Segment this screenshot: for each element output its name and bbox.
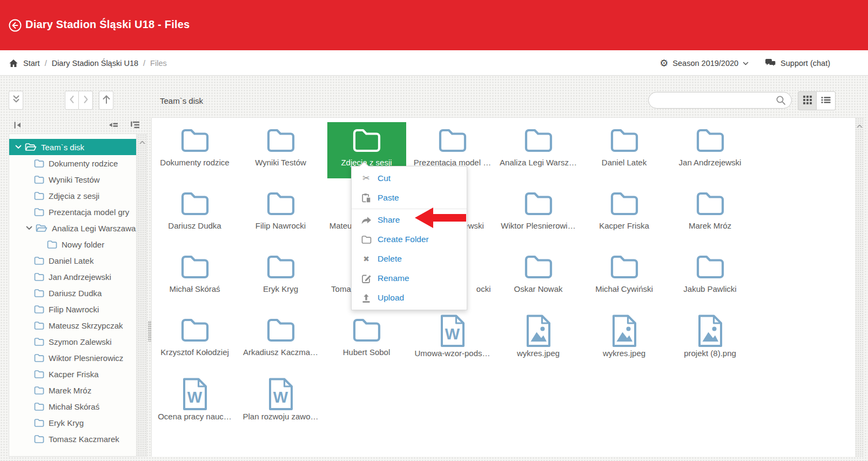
tile-jakub-pawlicki[interactable]: Jakub Pawlicki [671,249,750,305]
folder-icon [34,289,44,297]
tree-item-team-s-disk[interactable]: Team`s disk [9,139,136,155]
tile-michał-skóraś[interactable]: Michał Skóraś [156,249,234,305]
svg-text:W: W [273,389,288,406]
tree-item-wiktor-plesnierowicz[interactable]: Wiktor Plesnierowicz [9,350,136,366]
menu-item-label: Upload [378,293,404,303]
chevron-down-icon [15,145,22,149]
collapse-left-icon [13,121,22,132]
tree-item-mateusz-skrzypczak[interactable]: Mateusz Skrzypczak [9,317,136,333]
tree-item-szymon-zalewski[interactable]: Szymon Zalewski [9,333,136,350]
image-file-icon [612,315,637,348]
tile-wykres-jpeg[interactable]: wykres.jpeg [499,312,578,368]
folder-open-icon [25,143,37,151]
svg-text:W: W [187,389,202,406]
tile-analiza-legi-warsz[interactable]: Analiza Legi Warsz… [499,122,578,178]
tile-marek-mróz[interactable]: Marek Mróz [671,185,750,242]
menu-item-create-folder[interactable]: Create Folder [352,230,467,249]
menu-item-share[interactable]: Share [352,210,467,230]
tree-item-eryk-kryg[interactable]: Eryk Kryg [9,415,136,431]
tile-dariusz-dudka[interactable]: Dariusz Dudka [156,185,234,242]
tile-label: Michał Cywiński [595,284,653,294]
tree-item-filip-nawrocki[interactable]: Filip Nawrocki [9,301,136,317]
menu-item-cut[interactable]: ✂Cut [352,169,467,188]
file-grid-panel: Dokumenty rodziceWyniki TestówZdjęcia z … [151,117,855,457]
tile-umowa-wzor-pods[interactable]: WUmowa-wzor-pods… [413,312,492,368]
tree-item-dokumenty-rodzice[interactable]: Dokumenty rodzice [9,155,136,171]
search-input[interactable] [648,92,792,109]
tile-ocena-pracy-nauc[interactable]: WOcena pracy nauc… [156,375,234,431]
tile-oskar-nowak[interactable]: Oskar Nowak [499,249,578,305]
grid-view-button[interactable] [798,91,817,110]
menu-item-label: Create Folder [378,235,429,244]
tree-item-dariusz-dudka[interactable]: Dariusz Dudka [9,285,136,301]
menu-item-label: Share [378,215,400,225]
home-icon[interactable] [9,59,18,68]
tile-arkadiusz-kaczma[interactable]: Arkadiusz Kaczma… [241,312,320,368]
tile-michał-cywiński[interactable]: Michał Cywiński [585,249,664,305]
tile-jan-andrzejewski[interactable]: Jan Andrzejewski [671,122,750,178]
menu-item-delete[interactable]: ✖Delete [352,249,467,269]
folder-icon [266,128,295,153]
tree-item-zdjęcia-z-sesji[interactable]: Zdjęcia z sesji [9,188,136,204]
tile-label: Hubert Sobol [343,348,391,357]
tile-projekt-8-png[interactable]: projekt (8).png [671,312,750,368]
tree-item-kacper-friska[interactable]: Kacper Friska [9,366,136,382]
collapse-panel-button[interactable] [9,91,23,110]
list-view-button[interactable] [817,91,836,110]
tile-wyniki-testów[interactable]: Wyniki Testów [241,122,320,178]
tile-label: Wiktor Plesnierowi… [501,221,575,231]
tree-item-jan-andrzejewski[interactable]: Jan Andrzejewski [9,269,136,285]
tile-kacper-friska[interactable]: Kacper Friska [585,185,664,242]
tile-plan-rozwoju-zawo[interactable]: WPlan rozwoju zawo… [241,375,320,431]
word-file-icon: W [440,315,465,348]
tree-scrollbar[interactable] [137,133,147,457]
tile-label: Filip Nawrocki [255,221,306,231]
main-scrollbar[interactable] [855,117,864,457]
menu-item-paste[interactable]: Paste [352,188,467,208]
folder-icon [47,240,57,249]
folder-icon [34,435,44,443]
tile-filip-nawrocki[interactable]: Filip Nawrocki [241,185,320,242]
tile-krzysztof-kołodziej[interactable]: Krzysztof Kołodziej [156,312,234,368]
breadcrumb-separator: / [45,59,47,68]
tree-item-michał-skóraś[interactable]: Michał Skóraś [9,398,136,415]
tree-item-daniel-latek[interactable]: Daniel Latek [9,252,136,269]
circle-arrow-left-icon [8,25,22,34]
tile-wykres-jpeg[interactable]: wykres.jpeg [585,312,664,368]
tile-daniel-latek[interactable]: Daniel Latek [585,122,664,178]
breadcrumb-item-start[interactable]: Start [23,59,40,68]
tree-item-prezentacja-model-gry[interactable]: Prezentacja model gry [9,204,136,220]
app-header: Diary Stadion Śląski U18 - Files [0,0,868,50]
image-file-icon [526,315,551,348]
back-button[interactable] [8,18,22,32]
tile-label: Oskar Nowak [514,284,562,294]
tile-label: Jakub Pawlicki [683,284,736,294]
word-file-icon: W [183,378,207,411]
tree-item-nowy-folder[interactable]: Nowy folder [9,236,136,252]
menu-item-rename[interactable]: Rename [352,269,467,288]
support-chat-link[interactable]: Support (chat) [765,58,830,68]
tree-item-wyniki-testów[interactable]: Wyniki Testów [9,171,136,188]
up-folder-button[interactable] [99,91,113,110]
tile-eryk-kryg[interactable]: Eryk Kryg [241,249,320,305]
tree-item-analiza-legi-warszawa[interactable]: Analiza Legi Warszawa [9,220,136,236]
folder-icon [180,128,210,153]
tree-item-marek-mróz[interactable]: Marek Mróz [9,382,136,398]
collapse-sidebar-button[interactable] [11,120,24,132]
folder-icon [34,370,44,378]
back-nav-button[interactable] [65,91,79,110]
tile-dokumenty-rodzice[interactable]: Dokumenty rodzice [156,122,234,178]
tile-hubert-sobol[interactable]: Hubert Sobol [327,312,406,368]
expand-all-button[interactable] [129,120,142,132]
menu-item-upload[interactable]: Upload [352,288,467,308]
tree-item-tomasz-kaczmarek[interactable]: Tomasz Kaczmarek [9,431,136,447]
season-selector[interactable]: ⚙ Season 2019/2020 [660,58,749,68]
word-file-icon: W [268,378,293,411]
tile-wiktor-plesnierowi[interactable]: Wiktor Plesnierowi… [499,185,578,242]
folder-icon [34,353,44,362]
expand-all-icon [130,121,140,131]
folder-icon [34,418,44,427]
breadcrumb-item-diary-stadion-śląski-u18[interactable]: Diary Stadion Śląski U18 [52,59,138,68]
forward-nav-button[interactable] [79,91,93,110]
collapse-all-button[interactable] [107,120,120,132]
